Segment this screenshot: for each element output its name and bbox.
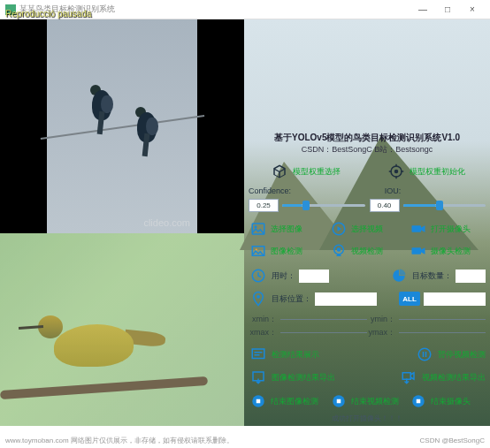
svg-point-9: [336, 247, 341, 252]
watermark-text: clideo.com: [143, 217, 190, 228]
svg-point-3: [255, 225, 257, 228]
ymin-label: ymin：: [367, 314, 395, 325]
playback-overlay: Reproducció pausada: [5, 9, 91, 19]
svg-point-14: [418, 348, 431, 361]
all-value: [424, 292, 486, 306]
footer-credit: CSDN @BestSongC: [420, 437, 485, 444]
close-button[interactable]: ×: [460, 2, 485, 18]
open-camera-button[interactable]: 打开摄像头: [431, 224, 471, 235]
video-detect-button[interactable]: 视频检测: [351, 246, 383, 257]
count-label: 目标数量：: [412, 270, 452, 282]
select-image-button[interactable]: 选择图像: [271, 224, 302, 235]
ymax-label: ymax：: [367, 327, 395, 338]
time-value: [299, 270, 329, 283]
svg-point-1: [394, 170, 398, 174]
position-label: 目标位置：: [272, 293, 311, 305]
app-title: 基于YOLOv5模型的鸟类目标检测识别系统V1.0: [249, 132, 486, 144]
export-video-icon: [399, 368, 418, 387]
ymin-field[interactable]: [399, 319, 486, 320]
piechart-icon: [389, 266, 409, 285]
svg-rect-13: [252, 349, 264, 359]
end-image-button[interactable]: 结束图像检测: [271, 396, 318, 407]
export-image-button[interactable]: 图像检测结果导出: [272, 372, 335, 383]
image-detect-button[interactable]: 图像检测: [271, 246, 302, 257]
app-subtitle: CSDN：BestSongC B站：Bestsongc: [249, 144, 486, 156]
control-panel: 基于YOLOv5模型的鸟类目标检测识别系统V1.0 CSDN：BestSongC…: [244, 19, 490, 426]
svg-rect-16: [402, 373, 410, 380]
pause-video-button[interactable]: 暂停视频检测: [438, 349, 486, 361]
video-preview[interactable]: clideo.com: [0, 19, 244, 233]
result-preview[interactable]: [0, 233, 244, 427]
iou-slider[interactable]: [403, 204, 486, 207]
show-results-button[interactable]: 检测结果展示: [272, 349, 319, 361]
results-icon: [249, 345, 268, 364]
camera-open-icon: [409, 219, 428, 239]
image-detect-icon: [249, 241, 268, 261]
xmin-label: xmin：: [249, 314, 277, 325]
clock-icon: [249, 266, 268, 285]
all-chip[interactable]: ALL: [399, 292, 420, 306]
svg-rect-5: [412, 225, 422, 232]
xmax-field[interactable]: [280, 332, 367, 333]
maximize-button[interactable]: □: [435, 2, 460, 18]
play-icon: [329, 219, 348, 239]
page-footer: www.toymoban.com 网络图片仅供展示，非存储，如有侵权请联系删除。…: [0, 432, 490, 448]
preview-pane: clideo.com: [0, 19, 244, 426]
export-image-icon: [249, 368, 268, 387]
svg-rect-22: [417, 399, 421, 404]
end-video-button[interactable]: 结束视频检测: [351, 396, 399, 407]
xmin-field[interactable]: [280, 319, 367, 320]
target-icon: [387, 162, 406, 181]
pause-icon: [415, 345, 434, 364]
location-icon: [249, 289, 268, 308]
svg-rect-20: [336, 399, 341, 404]
confidence-slider[interactable]: [282, 204, 365, 207]
cube-icon: [270, 162, 289, 181]
camera-detect-icon: [409, 241, 428, 261]
webcam-icon: [329, 241, 348, 261]
xmax-label: xmax：: [249, 327, 277, 338]
count-value: [456, 270, 486, 283]
status-message: 成功打开摄像头！！！: [249, 414, 486, 423]
export-video-button[interactable]: 视频检测结果导出: [422, 372, 486, 383]
footer-disclaimer: www.toymoban.com 网络图片仅供展示，非存储，如有侵权请联系删除。: [5, 436, 234, 445]
stop-image-icon: [249, 391, 268, 411]
svg-rect-10: [412, 247, 422, 254]
minimize-button[interactable]: —: [410, 2, 435, 18]
init-weights-button[interactable]: 模型权重初始化: [410, 166, 465, 178]
svg-rect-18: [256, 399, 261, 404]
position-value: [315, 292, 377, 306]
confidence-value[interactable]: 0.25: [249, 199, 279, 212]
iou-label: IOU:: [385, 186, 402, 195]
time-label: 用时：: [272, 270, 295, 282]
stop-video-icon: [329, 391, 348, 411]
select-video-button[interactable]: 选择视频: [351, 224, 383, 235]
svg-point-12: [256, 295, 260, 299]
end-camera-button[interactable]: 结束摄像头: [431, 396, 471, 407]
stop-camera-icon: [409, 391, 428, 411]
iou-value[interactable]: 0.40: [370, 199, 400, 212]
select-weights-button[interactable]: 模型权重选择: [293, 166, 341, 178]
camera-detect-button[interactable]: 摄像头检测: [431, 246, 471, 257]
confidence-label: Confidence:: [249, 186, 291, 195]
image-icon: [249, 219, 268, 239]
ymax-field[interactable]: [399, 332, 486, 333]
